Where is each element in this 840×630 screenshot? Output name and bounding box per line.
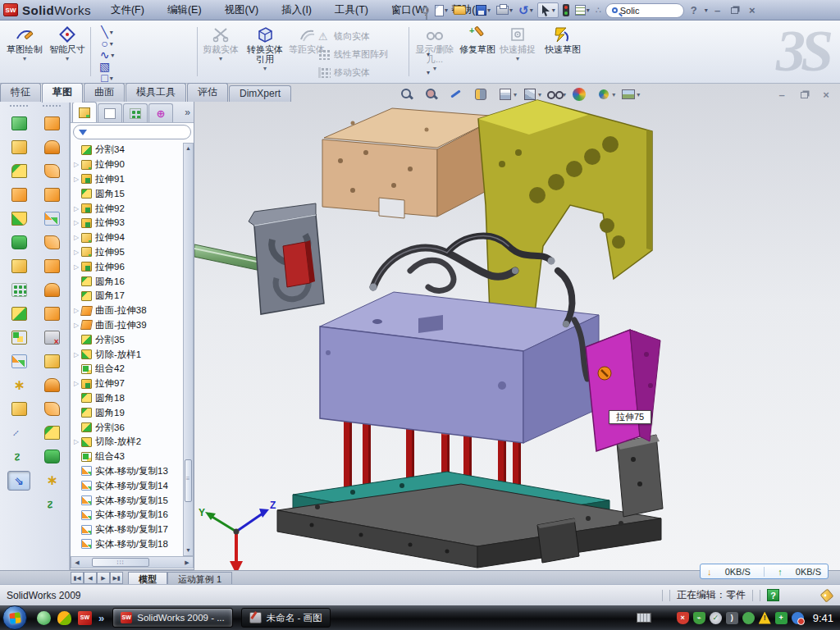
feature-tree-item[interactable]: ▷ 切除-放样2: [71, 435, 183, 450]
tool-button[interactable]: [38, 421, 66, 445]
toolbar-drag-handle[interactable]: [43, 105, 61, 108]
feature-tree-item[interactable]: ▷ 圆角17: [71, 289, 183, 304]
view-tool-button[interactable]: ▾: [547, 87, 566, 102]
sketch-button[interactable]: 草图绘制▾: [5, 25, 44, 79]
scroll-down-arrow[interactable]: ▼: [184, 546, 193, 555]
convert-entities-button[interactable]: 转换实体引用▾: [243, 25, 287, 79]
quick-tips-icon[interactable]: ?: [767, 589, 779, 601]
undo-button[interactable]: ↺▾: [517, 2, 535, 19]
tool-button[interactable]: [5, 349, 33, 373]
part-top-clamp-plate[interactable]: [322, 108, 500, 218]
feature-tree-item[interactable]: ▷ 圆角15: [71, 186, 183, 201]
tool-button[interactable]: [38, 492, 66, 516]
feature-tree-item[interactable]: ▷ 实体-移动/复制18: [71, 537, 183, 552]
menu-item[interactable]: 视图(V): [213, 1, 271, 20]
tool-button[interactable]: [38, 373, 66, 397]
feature-tree-item[interactable]: ▷ 实体-移动/复制17: [71, 523, 183, 537]
tool-button[interactable]: [5, 373, 33, 397]
expand-arrow-icon[interactable]: ▷: [72, 161, 80, 168]
tool-button[interactable]: [5, 421, 33, 445]
move-entities-button[interactable]: 移动实体 ▾: [318, 64, 430, 80]
close-button[interactable]: ×: [745, 4, 760, 16]
tool-button[interactable]: [38, 159, 66, 183]
tag-icon[interactable]: [820, 588, 834, 602]
view-tool-button[interactable]: ▾: [424, 87, 443, 102]
antivirus-alert-icon[interactable]: ×: [677, 612, 689, 624]
tab-property-manager[interactable]: [98, 103, 122, 122]
view-tool-button[interactable]: ▾: [399, 87, 418, 102]
tab-feature-manager[interactable]: [72, 102, 97, 122]
feature-tree-item[interactable]: ▷ 实体-移动/复制13: [71, 464, 183, 479]
expand-arrow-icon[interactable]: ▷: [72, 263, 80, 271]
sketch-entity-button[interactable]: ▧▾: [95, 61, 119, 72]
expand-arrow-icon[interactable]: ▷: [72, 205, 80, 212]
menu-item[interactable]: 插入(I): [270, 1, 323, 20]
graphics-viewport[interactable]: Y Z X ▾ ▾ ▾: [194, 84, 840, 570]
tool-button[interactable]: [5, 159, 33, 183]
tool-button[interactable]: [38, 349, 66, 373]
ribbon-tab[interactable]: 特征: [0, 83, 41, 102]
tool-button[interactable]: [38, 468, 66, 492]
sketch-entity-button[interactable]: ╲▾: [95, 26, 119, 38]
quick-snaps-button[interactable]: 快速捕捉▾: [499, 25, 536, 79]
expand-arrow-icon[interactable]: ▷: [72, 219, 80, 226]
ribbon-tab[interactable]: 曲面: [84, 83, 125, 102]
help-caret-icon[interactable]: ▾: [705, 7, 708, 14]
tool-button[interactable]: [38, 397, 66, 421]
clock[interactable]: 9:41: [813, 612, 833, 624]
tool-button[interactable]: [38, 231, 66, 254]
design-checker-button[interactable]: ▾: [573, 2, 591, 19]
ribbon-tab[interactable]: 评估: [187, 83, 228, 102]
view-tool-button[interactable]: ▾: [596, 87, 615, 102]
feature-tree-item[interactable]: ▷ 切除-放样1: [71, 347, 183, 362]
save-button[interactable]: ▾: [474, 2, 492, 19]
feature-tree-item[interactable]: ▷ 拉伸94: [71, 231, 183, 245]
feature-tree-item[interactable]: ▷ 拉伸96: [71, 259, 183, 274]
tool-button[interactable]: [5, 326, 33, 349]
scroll-up-arrow[interactable]: ▲: [184, 144, 193, 153]
expand-arrow-icon[interactable]: ▷: [72, 351, 80, 358]
feature-tree-item[interactable]: ▷ 拉伸93: [71, 216, 183, 231]
tab-dimxpert-manager[interactable]: ⊕: [148, 103, 173, 122]
sync-blocked-icon[interactable]: [792, 612, 804, 624]
certificate-icon[interactable]: ✓: [710, 612, 722, 624]
view-tool-button[interactable]: ▾: [572, 87, 591, 102]
expand-arrow-icon[interactable]: ▷: [72, 234, 80, 241]
tool-button[interactable]: [38, 302, 66, 326]
doc-close-button[interactable]: ×: [819, 89, 833, 101]
next-tab-arrow[interactable]: ▶: [97, 572, 110, 584]
toolbar-drag-handle[interactable]: [10, 105, 28, 108]
open-button[interactable]: ▾: [452, 2, 472, 19]
volume-icon[interactable]: ): [726, 612, 738, 624]
tree-horizontal-scrollbar[interactable]: ◀ ⁞⁞⁞ ▶: [71, 556, 194, 568]
view-tool-button[interactable]: ▾: [498, 87, 517, 102]
tool-button[interactable]: [5, 445, 33, 468]
part-side-insert[interactable]: [586, 330, 660, 451]
security-suite-icon[interactable]: [57, 611, 71, 625]
tool-button[interactable]: [5, 397, 33, 421]
tool-button[interactable]: [5, 207, 33, 231]
expand-arrow-icon[interactable]: ▷: [72, 249, 80, 256]
tool-button[interactable]: [5, 254, 33, 278]
tool-button[interactable]: [38, 278, 66, 302]
linear-sketch-pattern-button[interactable]: 线性草图阵列 ▾: [318, 46, 430, 62]
messenger-icon[interactable]: [37, 611, 51, 625]
ribbon-tab[interactable]: 草图: [42, 83, 83, 103]
tree-vertical-scrollbar[interactable]: ▲ ≡ ▼: [183, 143, 194, 556]
document-tab[interactable]: 模型: [128, 572, 167, 584]
minimize-button[interactable]: –: [710, 4, 725, 16]
feature-tree-item[interactable]: ▷ 曲面-拉伸38: [71, 304, 183, 318]
feature-tree-item[interactable]: ▷ 拉伸97: [71, 377, 183, 391]
first-tab-arrow[interactable]: ▮◀: [71, 572, 84, 584]
shield-plus-icon[interactable]: +: [775, 612, 788, 624]
tool-button[interactable]: [5, 112, 33, 135]
part-clamp-unit[interactable]: [249, 203, 324, 314]
pressed-tool-button[interactable]: ⇘: [7, 471, 30, 491]
tree-filter-input[interactable]: [73, 125, 191, 139]
part-support-block[interactable]: [537, 518, 579, 563]
input-method-icon[interactable]: [637, 613, 651, 623]
mirror-entities-button[interactable]: ⚠ 镜向实体: [318, 28, 430, 44]
prev-tab-arrow[interactable]: ◀: [84, 572, 97, 584]
tool-button[interactable]: [5, 302, 33, 326]
tool-button[interactable]: [5, 135, 33, 159]
